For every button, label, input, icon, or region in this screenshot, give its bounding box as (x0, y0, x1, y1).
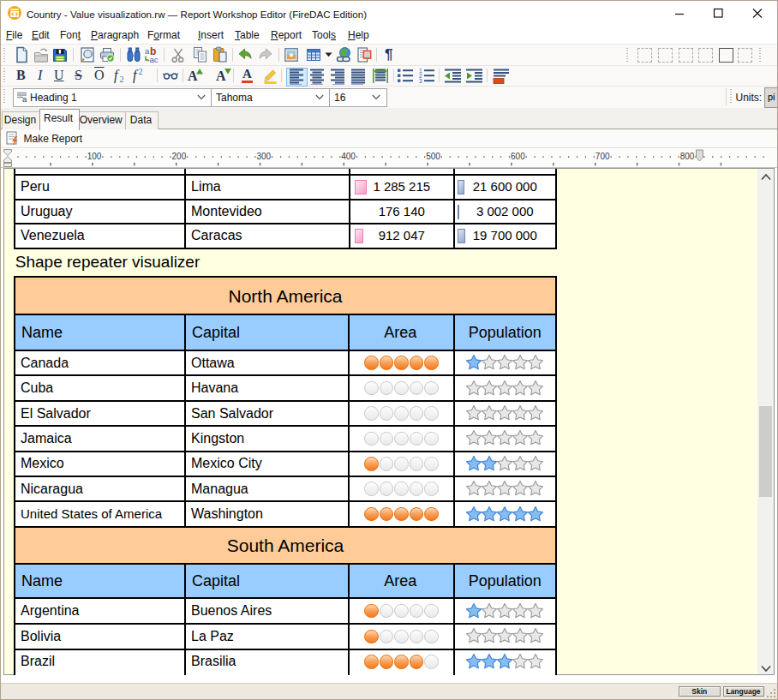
svg-text:500: 500 (426, 152, 440, 161)
svg-text:300: 300 (256, 152, 271, 161)
svg-text:800: 800 (680, 152, 695, 161)
svg-text:200: 200 (172, 152, 187, 161)
svg-text:100: 100 (87, 152, 102, 161)
svg-text:700: 700 (595, 152, 610, 161)
svg-text:400: 400 (341, 152, 356, 161)
svg-text:ac: ac (149, 55, 158, 63)
svg-text:600: 600 (511, 152, 525, 161)
svg-text:a: a (22, 94, 27, 103)
svg-text:3: 3 (419, 78, 422, 84)
